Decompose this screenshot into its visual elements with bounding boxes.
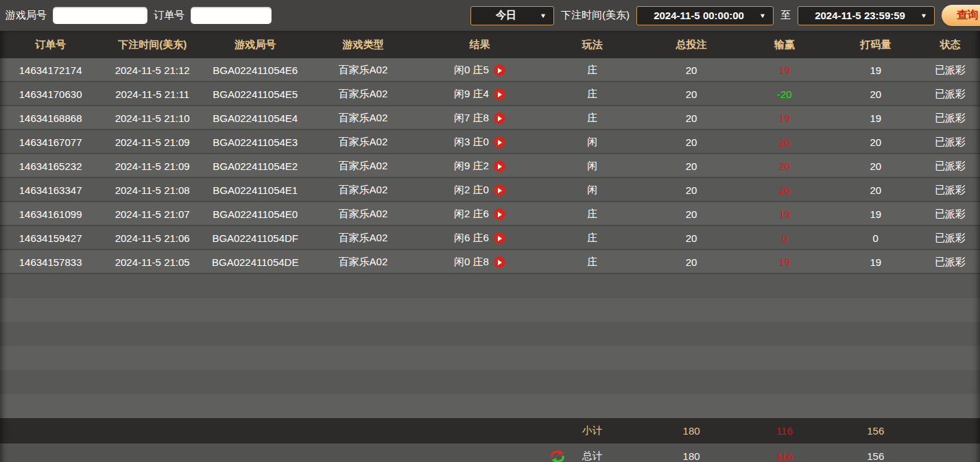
status-cell: 已派彩 xyxy=(920,250,980,274)
table-row: 146341578332024-11-5 21:05BGA022411054DE… xyxy=(0,250,980,274)
refresh-icon[interactable] xyxy=(549,450,566,462)
result-cell: 闲3 庄0 xyxy=(420,130,540,154)
play-type-cell: 闲 xyxy=(540,178,645,202)
table-row: 146341594272024-11-5 21:06BGA022411054DF… xyxy=(0,226,980,250)
win-loss-cell: 20 xyxy=(738,178,831,202)
filter-bar-right: 今日 ▼ 下注时间(美东) 2024-11-5 00:00:00 ▼ 至 202… xyxy=(470,5,980,26)
bet-time-cell: 2024-11-5 21:09 xyxy=(101,154,204,178)
play-type-cell: 庄 xyxy=(540,202,645,226)
order-id-cell: 14634157833 xyxy=(0,250,101,274)
round-id-cell: BGA022411054E4 xyxy=(204,106,307,130)
subtotal-bet: 180 xyxy=(645,418,738,443)
bet-time-cell: 2024-11-5 21:08 xyxy=(101,178,204,202)
column-header-win-loss: 输赢 xyxy=(738,31,831,58)
result-text: 闲9 庄2 xyxy=(454,160,489,173)
round-id-cell: BGA022411054E1 xyxy=(204,178,307,202)
total-label-cell: 总计 xyxy=(540,443,645,462)
end-time-value: 2024-11-5 23:59:59 xyxy=(805,10,915,21)
order-id-input[interactable] xyxy=(191,7,272,24)
total-bet-cell: 20 xyxy=(645,106,738,130)
win-loss-cell: -20 xyxy=(738,82,831,106)
game-type-cell: 百家乐A02 xyxy=(307,178,419,202)
empty-row xyxy=(0,370,980,394)
round-id-cell: BGA022411054E3 xyxy=(204,130,307,154)
result-text: 闲0 庄8 xyxy=(454,256,489,269)
records-table-wrap: 订单号 下注时间(美东) 游戏局号 游戏类型 结果 玩法 总投注 输赢 打码量 … xyxy=(0,31,980,462)
turnover-cell: 20 xyxy=(831,82,920,106)
play-type-cell: 庄 xyxy=(540,82,645,106)
play-icon[interactable] xyxy=(494,232,505,244)
order-id-cell: 14634165232 xyxy=(0,154,101,178)
result-text: 闲3 庄0 xyxy=(454,136,489,149)
play-icon[interactable] xyxy=(494,64,505,76)
play-type-cell: 闲 xyxy=(540,154,645,178)
empty-cell xyxy=(0,370,980,394)
turnover-cell: 19 xyxy=(831,250,920,274)
total-status-spacer xyxy=(920,443,980,462)
game-round-label: 游戏局号 xyxy=(5,9,47,22)
column-header-game-type: 游戏类型 xyxy=(307,31,419,58)
column-header-status: 状态 xyxy=(920,31,980,58)
win-loss-cell: 20 xyxy=(738,154,831,178)
empty-cell xyxy=(0,322,980,346)
column-header-order-id: 订单号 xyxy=(0,31,101,58)
play-icon[interactable] xyxy=(494,184,505,196)
subtotal-label: 小计 xyxy=(540,418,645,443)
bet-time-cell: 2024-11-5 21:10 xyxy=(101,106,204,130)
quick-range-value: 今日 xyxy=(478,9,534,22)
bet-time-cell: 2024-11-5 21:09 xyxy=(101,130,204,154)
game-type-cell: 百家乐A02 xyxy=(307,154,419,178)
game-round-input[interactable] xyxy=(53,7,147,24)
bet-records-page: 游戏局号 订单号 今日 ▼ 下注时间(美东) 2024-11-5 00:00:0… xyxy=(0,0,980,462)
result-cell: 闲7 庄8 xyxy=(420,106,540,130)
play-icon[interactable] xyxy=(494,160,505,172)
column-header-turnover: 打码量 xyxy=(831,31,920,58)
total-spacer xyxy=(0,443,540,462)
win-loss-cell: 0 xyxy=(738,226,831,250)
play-icon[interactable] xyxy=(494,256,505,268)
status-cell: 已派彩 xyxy=(920,82,980,106)
table-row: 146341670772024-11-5 21:09BGA022411054E3… xyxy=(0,130,980,154)
status-cell: 已派彩 xyxy=(920,226,980,250)
start-time-select[interactable]: 2024-11-5 00:00:00 ▼ xyxy=(636,6,774,25)
end-time-select[interactable]: 2024-11-5 23:59:59 ▼ xyxy=(798,6,935,25)
play-type-cell: 庄 xyxy=(540,106,645,130)
round-id-cell: BGA022411054DF xyxy=(204,226,307,250)
status-cell: 已派彩 xyxy=(920,130,980,154)
turnover-cell: 19 xyxy=(831,202,920,226)
query-button[interactable]: 查询 xyxy=(942,5,980,26)
game-type-cell: 百家乐A02 xyxy=(307,250,419,274)
subtotal-status-spacer xyxy=(920,418,980,443)
total-bet-cell: 20 xyxy=(645,58,738,82)
total-win-loss: 116 xyxy=(738,443,831,462)
table-row: 146341652322024-11-5 21:09BGA022411054E2… xyxy=(0,154,980,178)
turnover-cell: 0 xyxy=(831,226,920,250)
play-icon[interactable] xyxy=(494,88,505,100)
game-type-cell: 百家乐A02 xyxy=(307,130,419,154)
game-type-cell: 百家乐A02 xyxy=(307,202,419,226)
order-id-cell: 14634170630 xyxy=(0,82,101,106)
status-cell: 已派彩 xyxy=(920,202,980,226)
order-id-cell: 14634159427 xyxy=(0,226,101,250)
win-loss-cell: 19 xyxy=(738,58,831,82)
play-icon[interactable] xyxy=(494,136,505,148)
round-id-cell: BGA022411054E2 xyxy=(204,154,307,178)
table-row: 146341688682024-11-5 21:10BGA022411054E4… xyxy=(0,106,980,130)
play-type-cell: 庄 xyxy=(540,226,645,250)
records-table: 订单号 下注时间(美东) 游戏局号 游戏类型 结果 玩法 总投注 输赢 打码量 … xyxy=(0,31,980,462)
result-text: 闲0 庄5 xyxy=(454,64,489,77)
result-cell: 闲0 庄8 xyxy=(420,250,540,274)
column-header-play-type: 玩法 xyxy=(540,31,645,58)
order-id-cell: 14634163347 xyxy=(0,178,101,202)
round-id-cell: BGA022411054E5 xyxy=(204,82,307,106)
turnover-cell: 20 xyxy=(831,130,920,154)
result-text: 闲2 庄6 xyxy=(454,208,489,221)
round-id-cell: BGA022411054DE xyxy=(204,250,307,274)
total-bet-cell: 20 xyxy=(645,226,738,250)
status-cell: 已派彩 xyxy=(920,178,980,202)
quick-range-select[interactable]: 今日 ▼ xyxy=(470,6,554,25)
turnover-cell: 19 xyxy=(831,58,920,82)
table-body: 146341721742024-11-5 21:12BGA022411054E6… xyxy=(0,58,980,418)
play-icon[interactable] xyxy=(494,112,505,124)
play-icon[interactable] xyxy=(494,208,505,220)
